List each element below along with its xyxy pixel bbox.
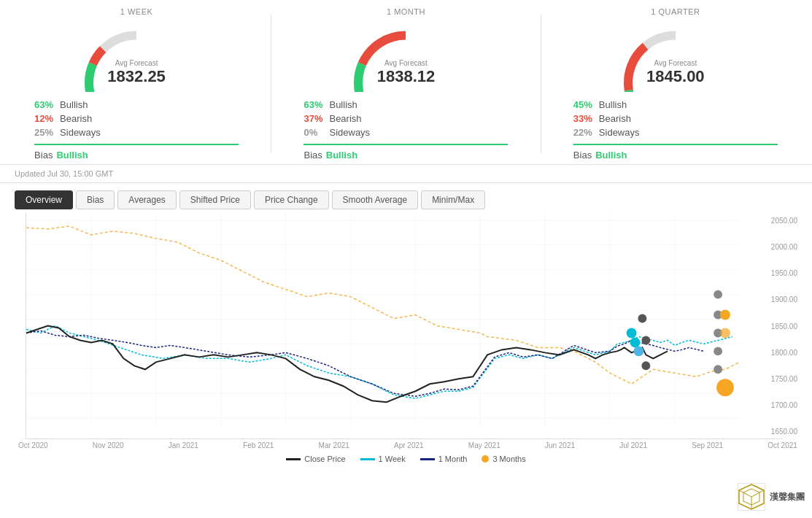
legend-1month: 1 Month [420, 455, 468, 463]
svg-point-23 [714, 365, 722, 374]
chart-legend: Close Price 1 Week 1 Month 3 Months [0, 452, 812, 466]
svg-point-24 [627, 328, 637, 338]
avg-value-week: 1832.25 [107, 67, 166, 85]
gauge-month: Avg Forecast 1838.12 [340, 19, 471, 92]
sideways-pct-quarter: 22% [573, 127, 599, 138]
forecast-card-week: 1 WEEK Avg Forecast 1832.25 63% Bullish [27, 7, 246, 161]
card-divider-1 [541, 15, 541, 153]
svg-point-29 [716, 379, 734, 396]
avg-label-quarter: Avg Forecast [646, 59, 705, 67]
bearish-pct-week: 12% [34, 113, 60, 124]
tab-pricechange[interactable]: Price Change [254, 190, 329, 209]
svg-point-31 [641, 336, 650, 344]
legend-1week: 1 Week [360, 455, 406, 463]
divider-month [303, 144, 508, 145]
divider-quarter [573, 144, 778, 145]
tab-bias[interactable]: Bias [76, 190, 115, 209]
x-axis: Oct 2020 Nov 2020 Jan 2021 Feb 2021 Mar … [0, 439, 812, 452]
tab-minmax[interactable]: Minim/Max [421, 190, 485, 209]
bullish-label-month: Bullish [329, 99, 357, 110]
sideways-label-week: Sideways [60, 127, 101, 138]
stats-table-month: 63% Bullish 37% Bearish 0% Sideways Bias… [296, 98, 515, 161]
avg-label-week: Avg Forecast [107, 59, 166, 67]
avg-value-month: 1838.12 [377, 67, 436, 85]
forecast-card-quarter: 1 QUARTER Avg Forecast 1845.00 45% Bulli… [566, 7, 785, 161]
forecast-card-month: 1 MONTH Avg Forecast 1838.12 63% Bullish [296, 7, 515, 161]
y-label: 1800.00 [771, 349, 797, 357]
y-label: 1650.00 [771, 428, 797, 436]
updated-bar: Updated Jul 30, 15:00 GMT [0, 165, 812, 183]
svg-point-30 [638, 314, 646, 323]
y-label: 2000.00 [771, 243, 797, 251]
y-label: 2050.00 [771, 217, 797, 225]
svg-point-26 [634, 346, 644, 356]
bearish-label-week: Bearish [60, 113, 92, 124]
tab-smooth[interactable]: Smooth Average [332, 190, 419, 209]
y-label: 1750.00 [771, 375, 797, 383]
gauge-quarter: Avg Forecast 1845.00 [610, 19, 741, 92]
legend-3months: 3 Months [482, 455, 525, 463]
watermark-logo [738, 483, 765, 511]
bias-row-quarter: Bias Bullish [573, 150, 778, 161]
bias-text-week: Bias [34, 150, 53, 161]
y-label: 1950.00 [771, 269, 797, 277]
bullish-pct-quarter: 45% [573, 99, 599, 110]
svg-point-32 [641, 361, 650, 370]
svg-point-25 [630, 337, 641, 347]
sideways-pct-month: 0% [303, 127, 329, 138]
sideways-label-quarter: Sideways [599, 127, 640, 138]
watermark-text: 漢聲集團 [770, 491, 805, 503]
card-period-week: 1 WEEK [120, 7, 153, 16]
card-period-month: 1 MONTH [387, 7, 425, 16]
bias-row-week: Bias Bullish [34, 150, 239, 161]
svg-point-19 [714, 290, 722, 299]
avg-label-month: Avg Forecast [377, 59, 436, 67]
chart-area [26, 213, 783, 439]
svg-point-22 [714, 347, 722, 355]
bearish-label-month: Bearish [329, 113, 361, 124]
sideways-label-month: Sideways [329, 127, 370, 138]
y-label: 1700.00 [771, 401, 797, 409]
bullish-label-week: Bullish [60, 99, 88, 110]
bearish-pct-month: 37% [303, 113, 329, 124]
bias-value-month: Bullish [326, 150, 357, 161]
watermark: 漢聲集團 [738, 483, 805, 511]
tab-averages[interactable]: Averages [117, 190, 176, 209]
stats-table-quarter: 45% Bullish 33% Bearish 22% Sideways Bia… [566, 98, 785, 161]
legend-close-price: Close Price [286, 455, 345, 463]
bias-value-week: Bullish [56, 150, 88, 161]
stats-table-week: 63% Bullish 12% Bearish 25% Sideways Bia… [27, 98, 246, 161]
bias-text-quarter: Bias [573, 150, 592, 161]
top-section: 1 WEEK Avg Forecast 1832.25 63% Bullish [0, 0, 812, 165]
y-label: 1900.00 [771, 295, 797, 304]
y-axis: 2050.00 2000.00 1950.00 1900.00 1850.00 … [771, 213, 797, 439]
tab-overview[interactable]: Overview [15, 190, 73, 209]
svg-point-28 [720, 328, 730, 338]
gauge-week: Avg Forecast 1832.25 [71, 19, 202, 92]
tabs-bar: OverviewBiasAveragesShifted PricePrice C… [0, 183, 812, 213]
y-label: 1850.00 [771, 322, 797, 330]
tab-shifted[interactable]: Shifted Price [179, 190, 251, 209]
bearish-label-quarter: Bearish [599, 113, 631, 124]
card-divider-0 [271, 15, 271, 153]
svg-point-27 [720, 310, 730, 320]
divider-week [34, 144, 239, 145]
sideways-pct-week: 25% [34, 127, 60, 138]
bias-row-month: Bias Bullish [303, 150, 508, 161]
bullish-pct-month: 63% [303, 99, 329, 110]
bearish-pct-quarter: 33% [573, 113, 599, 124]
bias-value-quarter: Bullish [595, 150, 627, 161]
bullish-label-quarter: Bullish [599, 99, 627, 110]
avg-value-quarter: 1845.00 [646, 67, 705, 85]
card-period-quarter: 1 QUARTER [651, 7, 700, 16]
bullish-pct-week: 63% [34, 99, 60, 110]
bias-text-month: Bias [303, 150, 322, 161]
